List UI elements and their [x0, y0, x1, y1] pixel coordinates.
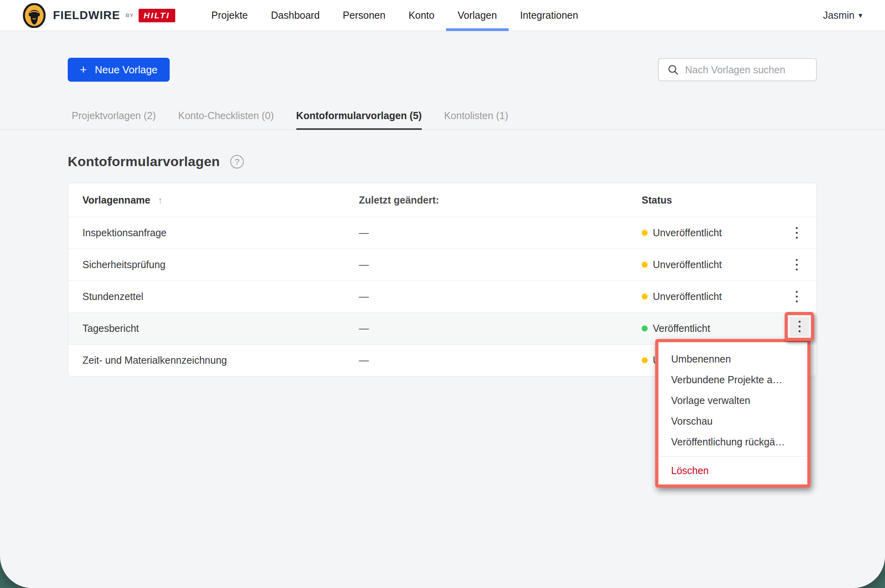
hilti-logo: HILTI [139, 9, 175, 22]
column-header-name[interactable]: Vorlagenname ↑ [68, 194, 359, 206]
search-input[interactable] [685, 64, 813, 76]
status-badge: Unveröffentlicht [642, 291, 781, 302]
last-modified: — [359, 355, 642, 366]
status-dot [642, 230, 648, 236]
plus-icon: + [80, 64, 87, 76]
fieldwire-logo[interactable]: FIELDWIRE BY HILTI [23, 3, 175, 28]
row-context-menu: Umbenennen Verbundene Projekte a… Vorlag… [655, 339, 811, 488]
tab-projektvorlagen[interactable]: Projektvorlagen (2) [72, 110, 156, 129]
nav-item-konto[interactable]: Konto [397, 0, 446, 31]
last-modified: — [359, 323, 642, 334]
app-window: FIELDWIRE BY HILTI Projekte Dashboard Pe… [0, 0, 885, 588]
kebab-menu-icon[interactable] [789, 288, 805, 306]
status-badge: Unveröffentlicht [642, 259, 781, 270]
status-dot [642, 325, 648, 331]
status-dot [642, 294, 648, 300]
menu-item-linked-projects[interactable]: Verbundene Projekte a… [658, 369, 807, 390]
status-badge: Veröffentlicht [642, 323, 781, 334]
nav-item-personen[interactable]: Personen [331, 0, 397, 31]
nav-item-dashboard[interactable]: Dashboard [259, 0, 331, 31]
template-tabs: Projektvorlagen (2) Konto-Checklisten (0… [0, 104, 885, 130]
kebab-menu-icon[interactable] [789, 224, 805, 242]
template-search [658, 58, 817, 81]
template-name: Sicherheitsprüfung [68, 259, 359, 270]
menu-item-unpublish[interactable]: Veröffentlichung rückgä… [658, 431, 807, 452]
chevron-down-icon: ▾ [858, 11, 862, 20]
nav-item-integrationen[interactable]: Integrationen [509, 0, 590, 31]
user-menu[interactable]: Jasmin ▾ [823, 10, 862, 21]
top-navigation-bar: FIELDWIRE BY HILTI Projekte Dashboard Pe… [0, 0, 885, 31]
tab-kontoformularvorlagen[interactable]: Kontoformularvorlagen (5) [296, 110, 422, 129]
menu-item-preview[interactable]: Vorschau [658, 411, 807, 431]
table-row[interactable]: Inspektionsanfrage — Unveröffentlicht [68, 217, 816, 249]
nav-item-vorlagen[interactable]: Vorlagen [446, 0, 509, 31]
table-row[interactable]: Stundenzettel — Unveröffentlicht [68, 280, 816, 312]
search-icon [668, 64, 679, 75]
template-name: Zeit- und Materialkennzeichnung [68, 355, 359, 366]
new-template-button[interactable]: + Neue Vorlage [68, 58, 170, 82]
menu-item-delete[interactable]: Löschen [658, 457, 807, 484]
last-modified: — [359, 259, 642, 270]
status-dot [642, 357, 648, 363]
menu-item-rename[interactable]: Umbenennen [658, 349, 807, 369]
user-name: Jasmin [823, 10, 854, 21]
kebab-menu-icon[interactable] [789, 256, 805, 274]
help-icon[interactable]: ? [230, 155, 244, 169]
sort-ascending-icon: ↑ [158, 195, 163, 206]
last-modified: — [359, 291, 642, 302]
column-header-modified: Zuletzt geändert: [359, 194, 642, 206]
page-title: Kontoformularvorlagen [68, 154, 220, 169]
table-row[interactable]: Sicherheitsprüfung — Unveröffentlicht [68, 249, 816, 280]
nav-item-projekte[interactable]: Projekte [200, 0, 260, 31]
page-header: Kontoformularvorlagen ? [68, 154, 244, 169]
last-modified: — [359, 227, 642, 239]
kebab-menu-icon[interactable] [791, 318, 807, 336]
table-header-row: Vorlagenname ↑ Zuletzt geändert: Status [68, 183, 816, 217]
status-badge: Unveröffentlicht [642, 227, 781, 239]
template-name: Tagesbericht [68, 323, 359, 334]
fieldwire-wordmark: FIELDWIRE [53, 9, 120, 22]
fieldwire-mark-icon [23, 3, 46, 28]
template-name: Stundenzettel [68, 291, 359, 302]
kebab-annotation-highlight [785, 312, 814, 341]
primary-nav: Projekte Dashboard Personen Konto Vorlag… [200, 0, 590, 31]
tab-kontolisten[interactable]: Kontolisten (1) [444, 110, 508, 129]
template-name: Inspektionsanfrage [68, 227, 359, 239]
menu-item-manage-template[interactable]: Vorlage verwalten [658, 390, 807, 411]
column-header-status: Status [642, 194, 781, 206]
status-dot [642, 262, 648, 268]
tab-konto-checklisten[interactable]: Konto-Checklisten (0) [178, 110, 274, 129]
by-label: BY [126, 12, 134, 18]
